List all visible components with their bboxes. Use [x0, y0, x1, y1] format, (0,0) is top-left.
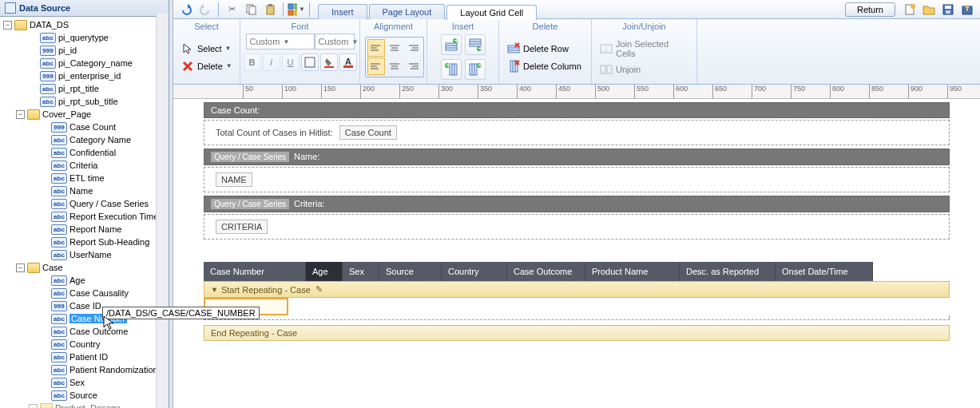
tree-item[interactable]: abcAge [0, 274, 169, 287]
svg-rect-1 [249, 6, 256, 14]
number-type-icon: 999 [51, 301, 67, 311]
text-type-icon: abc [51, 327, 67, 337]
tree-item[interactable]: abcSex [0, 376, 169, 389]
data-source-tree[interactable]: − DATA_DS abcpi_querytype999pi_idabcpi_C… [0, 17, 169, 408]
tree-item[interactable]: abcETL time [0, 172, 169, 184]
column-header[interactable]: Source [379, 262, 442, 281]
align-mid-left[interactable] [367, 57, 385, 75]
svg-point-9 [911, 4, 915, 9]
delete-button[interactable]: Delete▼ [178, 58, 236, 74]
font-size-combo[interactable]: Custom▼ [315, 34, 355, 50]
tree-item[interactable]: abcReport Name [0, 223, 169, 236]
tree-item[interactable]: abcpi_Category_name [0, 57, 169, 69]
font-color-button[interactable]: A [339, 53, 357, 71]
open-button[interactable] [920, 2, 938, 18]
field-criteria[interactable]: CRITERIA [216, 220, 268, 234]
align-top-center[interactable] [386, 39, 403, 57]
cut-button[interactable]: ✂ [223, 2, 240, 18]
tree-item[interactable]: abcpi_rpt_title [0, 82, 169, 95]
redo-button[interactable] [196, 2, 214, 18]
band-criteria-body[interactable]: CRITERIA [204, 214, 950, 240]
tree-item[interactable]: 999Case Count [0, 121, 169, 133]
tree-item[interactable]: abcCriteria [0, 159, 169, 172]
tree-item[interactable]: abcUserName [0, 248, 169, 261]
fill-color-button[interactable] [320, 53, 338, 71]
align-top-right[interactable] [404, 39, 422, 57]
tree-item[interactable]: abcSource [0, 389, 169, 402]
align-mid-right[interactable] [404, 57, 422, 75]
save-button[interactable] [939, 2, 957, 18]
band-name-body[interactable]: NAME [204, 167, 950, 192]
column-header[interactable]: Case Number [204, 262, 306, 281]
tree-item[interactable]: abcPatient Randomization N [0, 363, 169, 376]
bold-button[interactable]: B [244, 53, 261, 71]
column-header[interactable]: Onset Date/Time [776, 262, 873, 281]
tree-item[interactable]: abcCase Outcome [0, 325, 169, 338]
pencil-icon[interactable]: ✎ [315, 284, 323, 295]
tree-scrollbar[interactable] [156, 13, 169, 408]
align-top-left[interactable] [367, 39, 385, 57]
tree-item[interactable]: abcpi_rpt_sub_title [0, 95, 169, 108]
expand-icon[interactable]: − [29, 404, 38, 409]
repeating-start-band[interactable]: ▼Start Repeating - Case✎ [204, 281, 950, 298]
tree-item[interactable]: abcPatient ID [0, 351, 169, 363]
tab-insert[interactable]: Insert [318, 4, 367, 19]
tree-item[interactable]: abcCountry [0, 338, 169, 351]
tree-item[interactable]: 999pi_id [0, 44, 169, 57]
tree-item[interactable]: abcQuery / Case Series [0, 197, 169, 210]
collapse-icon[interactable]: − [16, 263, 25, 272]
tree-node-cover-page[interactable]: − Cover_Page [0, 108, 169, 121]
column-header[interactable]: Sex [343, 262, 379, 281]
tab-layout-grid-cell[interactable]: Layout Grid Cell [446, 5, 537, 20]
alignment-grid[interactable] [365, 37, 424, 77]
delete-column-button[interactable]: Delete Column [504, 58, 585, 74]
tree-item[interactable]: abcpi_querytype [0, 31, 169, 44]
paste-button[interactable] [261, 2, 279, 18]
underline-button[interactable]: U [282, 53, 300, 71]
band-case-count-header[interactable]: Case Count: [204, 102, 950, 118]
column-header[interactable]: Product Name [585, 262, 680, 281]
column-header[interactable]: Country [442, 262, 507, 281]
export-button[interactable] [958, 2, 976, 18]
field-name[interactable]: NAME [216, 172, 252, 187]
font-family-combo[interactable]: Custom▼ [246, 34, 315, 50]
insert-row-above-button[interactable]: + [441, 34, 462, 55]
table-header-row[interactable]: Case NumberAgeSexSourceCountryCase Outco… [204, 262, 950, 281]
tab-page-layout[interactable]: Page Layout [369, 4, 446, 19]
tree-item[interactable]: abcCase Causality [0, 287, 169, 299]
band-criteria-header[interactable]: Query / Case SeriesCriteria: [204, 196, 950, 212]
tree-item[interactable]: abcReport Execution Time [0, 210, 169, 223]
copy-button[interactable] [242, 2, 260, 18]
insert-column-left-button[interactable]: + [441, 59, 462, 80]
band-name-header[interactable]: Query / Case SeriesName: [204, 149, 950, 165]
undo-button[interactable] [177, 2, 195, 18]
italic-button[interactable]: I [263, 53, 280, 71]
collapse-icon[interactable]: − [3, 21, 12, 30]
column-header[interactable]: Case Outcome [507, 262, 585, 281]
tree-node-product-dosage[interactable]: − Product_Dosage [0, 402, 169, 408]
align-mid-center[interactable] [386, 57, 403, 75]
tree-node-case[interactable]: − Case [0, 261, 169, 274]
column-header[interactable]: Age [306, 262, 343, 281]
return-button[interactable]: Return [845, 2, 895, 17]
tree-item[interactable]: abcName [0, 184, 169, 197]
delete-row-button[interactable]: Delete Row [504, 41, 572, 57]
text-type-icon: abc [51, 224, 67, 235]
repeating-end-band[interactable]: End Repeating - Case [204, 325, 950, 341]
column-header[interactable]: Desc. as Reported [680, 262, 776, 281]
tree-item[interactable]: abcReport Sub-Heading [0, 236, 169, 248]
layout-canvas[interactable]: Case Count: Total Count of Cases in Hitl… [173, 99, 980, 408]
layout-options-button[interactable]: ▼ [288, 2, 305, 18]
new-button[interactable] [901, 2, 919, 18]
border-button[interactable] [301, 53, 319, 71]
tree-item[interactable]: 999pi_enterprise_id [0, 69, 169, 82]
tree-node-root[interactable]: − DATA_DS [0, 18, 169, 31]
tree-item[interactable]: abcConfidential [0, 146, 169, 159]
band-case-count-body[interactable]: Total Count of Cases in Hitlist: Case Co… [204, 120, 950, 145]
insert-column-right-button[interactable]: + [465, 59, 486, 80]
select-button[interactable]: Select▼ [178, 41, 235, 57]
tree-item[interactable]: abcCategory Name [0, 133, 169, 146]
collapse-icon[interactable]: − [16, 110, 25, 119]
field-case-count[interactable]: Case Count [339, 125, 397, 140]
insert-row-below-button[interactable]: + [465, 34, 486, 55]
